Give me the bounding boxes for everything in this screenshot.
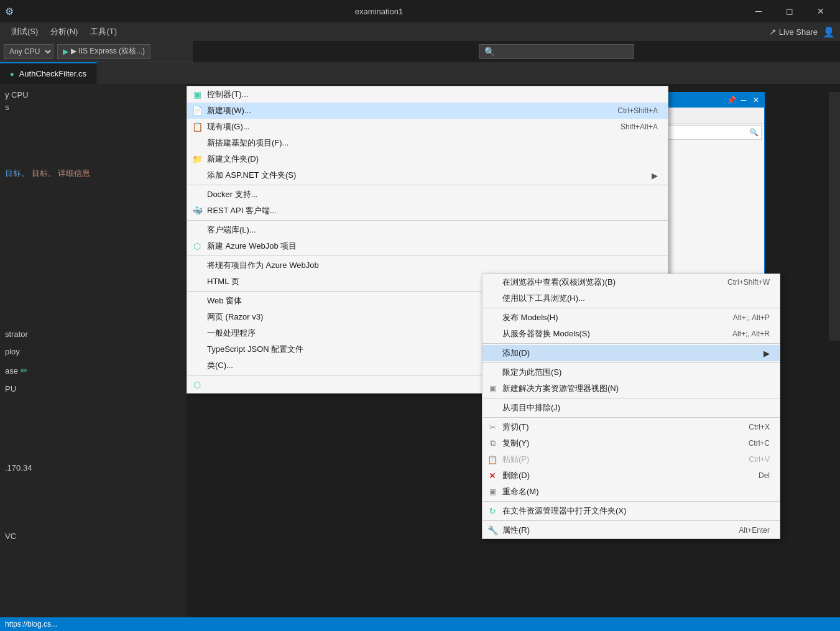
close-button[interactable]: ✕ [806,0,835,22]
ctx-publish-models[interactable]: 发布 Models(H) Alt+;, Alt+P [482,310,780,326]
menu-tools[interactable]: 工具(T) [84,22,123,41]
add-separator-2 [187,220,668,221]
add-item-restapi[interactable]: 客户端库(L)... [187,222,668,238]
tab-authcheckfilter[interactable]: ● AuthCheckFilter.cs [0,62,97,84]
left-text-target: 目标。 目标。 详细信息 [5,168,90,179]
ctx-sep-4 [482,398,780,398]
ctx-delete[interactable]: ✕ 删除(D) Del [482,467,780,484]
title-bar-controls: ─ ◻ ✕ [744,0,835,22]
live-share-icon: ↗ [769,27,777,37]
app-icon: ⚙ [5,6,14,17]
ctx-label-publish-models: 发布 Models(H) [502,312,558,323]
ctx-label-cut: 剪切(T) [502,421,529,433]
tab-icon: ● [10,70,14,78]
live-share-button[interactable]: ↗ Live Share [769,27,818,37]
search-box[interactable]: 🔍 [479,44,634,59]
add-item-container[interactable]: Docker 支持... [187,187,668,203]
ctx-sep-5 [482,417,780,418]
add-arrow-icon: ▶ [764,349,770,358]
ctx-cut[interactable]: ✂ 剪切(T) Ctrl+X [482,419,780,435]
controller-icon: ▣ [191,90,203,99]
add-item-webjob-new[interactable]: 将现有项目作为 Azure WebJob [187,257,668,274]
minimize-button[interactable]: ─ [744,0,773,22]
account-icon[interactable]: 👤 [823,26,835,38]
ctx-open-folder[interactable]: ↻ 在文件资源管理器中打开文件夹(X) [482,503,780,519]
paste-icon: 📋 [486,455,499,464]
add-item-docker[interactable]: 🐳 REST API 客户端... [187,203,668,219]
cpu-select[interactable]: Any CPU [4,44,53,59]
se-close-button[interactable]: ✕ [750,94,762,106]
add-item-scaffold[interactable]: 新搭建基架的项目(F)... [187,135,668,151]
ctx-label-rename: 重命名(M) [502,486,539,497]
publish-models-shortcut: Alt+;, Alt+P [733,313,770,322]
add-separator-3 [187,256,668,256]
live-share-area: ↗ Live Share 👤 [769,22,835,41]
docker-icon: 🐳 [191,206,203,216]
add-label-html: Web 窗体 [207,295,242,306]
ctx-sep-7 [482,520,780,521]
live-share-label: Live Share [779,27,818,37]
add-label-container: Docker 支持... [207,189,258,200]
ctx-label-paste: 粘贴(P) [502,454,529,465]
add-label-webjob-existing: HTML 页 [207,276,239,287]
ctx-new-se-view[interactable]: ▣ 新建解决方案资源管理器视图(N) [482,380,780,397]
run-button[interactable]: ▶ ▶ IIS Express (双核...) [57,44,150,59]
title-bar-left: ⚙ [5,6,14,17]
ctx-replace-models[interactable]: 从服务器替换 Models(S) Alt+;, Alt+R [482,326,780,342]
aspnet-folder-arrow: ▶ [652,171,658,180]
ctx-exclude[interactable]: 从项目中排除(J) [482,400,780,416]
tab-bar: ● AuthCheckFilter.cs [0,62,840,84]
paste-shortcut: Ctrl+V [749,455,770,464]
ctx-view-browser[interactable]: 在浏览器中查看(双核浏览器)(B) Ctrl+Shift+W [482,274,780,290]
tab-label: AuthCheckFilter.cs [19,69,86,78]
context-menu: 在浏览器中查看(双核浏览器)(B) Ctrl+Shift+W 使用以下工具浏览(… [482,274,780,539]
ctx-paste[interactable]: 📋 粘贴(P) Ctrl+V [482,451,780,467]
link-details[interactable]: 目标。 详细信息 [32,168,91,178]
left-text-ase-row: ase ✏ [5,366,28,375]
se-pin-button[interactable]: 📌 [726,94,737,106]
add-item-controller[interactable]: ▣ 控制器(T)... [187,86,668,103]
new-shortcut: Ctrl+Shift+A [617,106,658,115]
ctx-scope[interactable]: 限定为此范围(S) [482,364,780,380]
add-item-folder[interactable]: 📁 新建文件夹(D) [187,151,668,167]
se-minimize-button[interactable]: ─ [738,94,749,106]
add-item-clientlib[interactable]: ⬡ 新建 Azure WebJob 项目 [187,238,668,254]
existing-icon: 📋 [191,122,203,132]
left-text-cpu: y CPU [5,90,29,99]
class-icon: ⬡ [191,380,203,390]
add-label-existing: 现有项(G)... [207,121,250,132]
scissors-icon: ✂ [486,423,499,432]
left-text-strator: strator [5,329,28,339]
menu-bar: 测试(S) 分析(N) 工具(T) [0,22,840,41]
ctx-rename[interactable]: ▣ 重命名(M) [482,484,780,500]
add-label-razor: 一般处理程序 [207,328,256,339]
ctx-browse-with[interactable]: 使用以下工具浏览(H)... [482,290,780,306]
ctx-add[interactable]: 添加(D) ▶ [482,345,780,361]
menu-analyze[interactable]: 分析(N) [44,22,84,41]
add-item-new[interactable]: 📄 新建项(W)... Ctrl+Shift+A [187,103,668,119]
search-icon: 🔍 [484,47,495,57]
open-folder-icon: ↻ [486,506,499,516]
ctx-label-copy: 复制(Y) [502,438,529,449]
add-label-webjob-new: 将现有项目作为 Azure WebJob [207,260,319,271]
ctx-copy[interactable]: ⧉ 复制(Y) Ctrl+C [482,435,780,451]
add-label-webform: 网页 (Razor v3) [207,311,263,323]
ctx-label-new-se-view: 新建解决方案资源管理器视图(N) [502,383,619,394]
add-item-existing[interactable]: 📋 现有项(G)... Shift+Alt+A [187,119,668,135]
ctx-sep-1 [482,308,780,308]
new-item-icon: 📄 [191,106,203,116]
ctx-properties[interactable]: 🔧 属性(R) Alt+Enter [482,522,780,538]
ctx-label-view-browser: 在浏览器中查看(双核浏览器)(B) [502,277,616,288]
restore-button[interactable]: ◻ [775,0,804,22]
left-text-ploy: ploy [5,347,20,356]
add-item-aspnet-folder[interactable]: 添加 ASP.NET 文件夹(S) ▶ [187,167,668,183]
menu-test[interactable]: 测试(S) [5,22,44,41]
title-bar: ⚙ examination1 ─ ◻ ✕ [0,0,840,22]
add-label-handler: TypeScript JSON 配置文件 [207,344,303,355]
edit-icon[interactable]: ✏ [21,366,28,375]
view-browser-shortcut: Ctrl+Shift+W [727,278,770,287]
add-label-docker: REST API 客户端... [207,205,277,216]
folder-icon: 📁 [191,154,203,164]
se-titlebar-buttons: 📌 ─ ✕ [726,94,762,106]
add-label-new: 新建项(W)... [207,105,251,116]
